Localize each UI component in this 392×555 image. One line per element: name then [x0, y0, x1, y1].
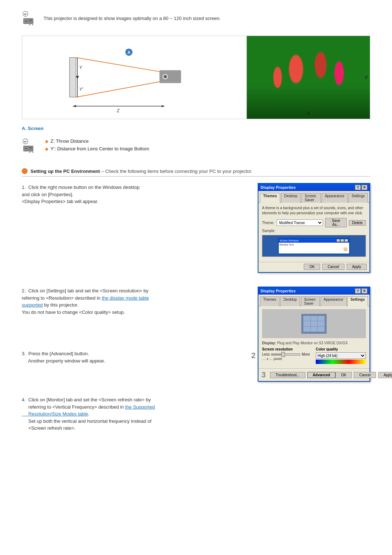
dialog1-ok-btn[interactable]: OK: [304, 264, 320, 270]
dialog1-theme-row: Theme: Modified Transe Save As... Delete: [262, 218, 366, 227]
step-4-text: 4. Click on [Monitor] tab and set the <S…: [22, 396, 249, 432]
dialog2-more-label: More: [302, 352, 310, 356]
svg-line-5: [29, 24, 30, 25]
inner-close-btn[interactable]: ✕: [344, 239, 348, 242]
dialog2-col-right: Color quality High (24 bit): [316, 347, 366, 364]
display-properties-dialog-1: Display Properties ? ✕ Themes Desktop Sc…: [258, 183, 370, 273]
diagram-left: A Y Y' Z: [22, 36, 246, 119]
tab-desktop[interactable]: Desktop: [281, 193, 301, 203]
display-properties-dialog-2: Display Properties ? ✕ Themes Desktop Sc…: [258, 287, 370, 382]
dialog2-bottom-left: 3 Troubleshoot... Advanced: [261, 370, 335, 380]
dialog1-inner-controls: _ □ ✕: [336, 239, 348, 242]
dialog2-apply-btn[interactable]: Apply: [378, 372, 392, 378]
dialog2-tabs: Themes Desktop Screen Saver Appearance S…: [258, 295, 369, 306]
step-3-text: 3. Press the [Advanced] button. Another …: [22, 350, 249, 364]
dialog2-tab-screensaver[interactable]: Screen Saver: [301, 296, 320, 306]
dialog1-apply-btn[interactable]: Apply: [347, 264, 367, 270]
dialog2-cancel-btn[interactable]: Cancel: [354, 372, 376, 378]
screen-label: A. Screen: [22, 126, 370, 131]
dialog2-tab-desktop[interactable]: Desktop: [280, 296, 300, 306]
dialog1-body-text: A theme is a background plus a set of so…: [262, 206, 366, 216]
svg-text:Y': Y': [79, 87, 83, 92]
dialog2-res-label: Screen resolution: [262, 347, 312, 351]
step-1-dialog: Display Properties ? ✕ Themes Desktop Sc…: [258, 183, 370, 276]
dialog1-titlebar: Display Properties ? ✕: [258, 184, 369, 191]
spec-z: ◆ Z: Throw Distance: [45, 138, 149, 144]
step-2-3: 2. Click on [Settings] tab and set the <…: [22, 287, 370, 385]
inner-max-btn[interactable]: □: [340, 239, 344, 242]
dialog2-help-btn[interactable]: ?: [355, 288, 361, 293]
dialog2-troubleshoot-btn[interactable]: Troubleshoot...: [270, 372, 305, 378]
tab-screensaver[interactable]: Screen Saver: [301, 193, 320, 203]
dialog2-monitor-screen: [301, 314, 327, 334]
dialog2-monitor-screen-inner: [303, 315, 325, 332]
tab-settings[interactable]: Settings: [348, 193, 368, 203]
dialog2-bottom-row: 3 Troubleshoot... Advanced OK Cancel App…: [258, 368, 369, 381]
svg-rect-27: [29, 147, 32, 148]
dialog2-controls: ? ✕: [355, 288, 367, 293]
step-4-link[interactable]: the Supported Resolution/Size Modes tabl…: [22, 404, 155, 417]
dialog2-tab-settings[interactable]: Settings: [347, 296, 368, 306]
step-2-3-left: 2. Click on [Settings] tab and set the <…: [22, 287, 249, 385]
dialog2-pixels-text: .... x .... pixels: [262, 357, 312, 361]
monitor-cell-8: [311, 327, 318, 332]
orange-circle-icon: [22, 168, 28, 174]
section-heading-title: Setting up the PC Environment – Check th…: [30, 169, 252, 174]
svg-point-3: [25, 20, 27, 22]
dialog2-col-left: Screen resolution Less More .... x .... …: [262, 347, 312, 364]
dialog1-controls: ? ✕: [355, 185, 367, 190]
dialog2-less-label: Less: [262, 352, 270, 356]
badge-3-container: 3: [261, 370, 268, 380]
dialog2-two-cols: Screen resolution Less More .... x .... …: [262, 347, 366, 364]
badge-3: 3: [261, 370, 266, 379]
step-1-number: 1.: [22, 185, 28, 190]
spec-y-prime: ◆ Y': Distance from Lens Center to Image…: [45, 146, 149, 151]
y-label-right: Y: [364, 75, 368, 80]
dialog2-color-bar: [316, 360, 366, 364]
step-2-link[interactable]: the display mode table supported: [22, 295, 149, 308]
dialog1-help-btn[interactable]: ?: [355, 185, 361, 190]
svg-line-28: [29, 151, 30, 153]
svg-rect-4: [29, 20, 32, 21]
specs-list: ◆ Z: Throw Distance ◆ Y': Distance from …: [45, 138, 149, 154]
tulip-image: [247, 36, 370, 119]
dialog2-color-select[interactable]: High (24 bit): [316, 352, 366, 359]
svg-line-29: [32, 151, 33, 153]
x-label: X: [307, 110, 310, 116]
top-note: This projector is designed to show image…: [22, 11, 370, 25]
dialog1-theme-select[interactable]: Modified Transe: [277, 219, 323, 226]
dialog1-close-btn[interactable]: ✕: [362, 185, 367, 190]
tab-appearance[interactable]: Appearance: [322, 193, 348, 203]
dialog2-display-label: Display: Plug and Play Monitor on S3 VIR…: [262, 341, 366, 345]
dialog1-delete-btn[interactable]: Delete: [349, 220, 366, 226]
monitor-cell-1: [303, 316, 310, 321]
dialog2-tab-themes[interactable]: Themes: [260, 296, 279, 306]
dialog2-ok-btn[interactable]: OK: [335, 372, 351, 378]
monitor-cell-6: [318, 321, 324, 326]
svg-line-12: [76, 81, 162, 97]
diagram-section: A Y Y' Z Y X: [22, 36, 370, 119]
dialog2-advanced-btn[interactable]: Advanced: [307, 372, 336, 378]
dialog2-slider[interactable]: [271, 353, 300, 356]
monitor-cell-2: [311, 316, 318, 321]
dialog1-sample-label: Sample:: [262, 229, 366, 233]
step-3-number: 3.: [22, 351, 28, 356]
svg-point-10: [164, 75, 167, 78]
specs-section: ◆ Z: Throw Distance ◆ Y': Distance from …: [22, 138, 370, 154]
dialog1-saveas-btn[interactable]: Save As...: [325, 218, 347, 227]
step-1-left: 1. Click the right mouse button on the W…: [22, 183, 249, 276]
dialog1-inner-titlebar: Active Window _ □ ✕: [279, 239, 350, 243]
dialog2-tab-appearance[interactable]: Appearance: [320, 296, 347, 306]
svg-line-6: [32, 24, 33, 25]
tab-themes[interactable]: Themes: [260, 193, 280, 203]
inner-min-btn[interactable]: _: [336, 239, 340, 242]
dialog1-cancel-btn[interactable]: Cancel: [322, 264, 344, 270]
dialog2-close-btn[interactable]: ✕: [362, 288, 367, 293]
monitor-cell-7: [303, 327, 310, 332]
step-4: 4. Click on [Monitor] tab and set the <S…: [22, 396, 370, 432]
step-4-right: [258, 396, 370, 432]
step-2-number: 2.: [22, 288, 28, 293]
diagram-right: Y X: [246, 36, 370, 119]
dialog2-titlebar: Display Properties ? ✕: [258, 287, 369, 295]
svg-text:Z: Z: [117, 108, 120, 113]
